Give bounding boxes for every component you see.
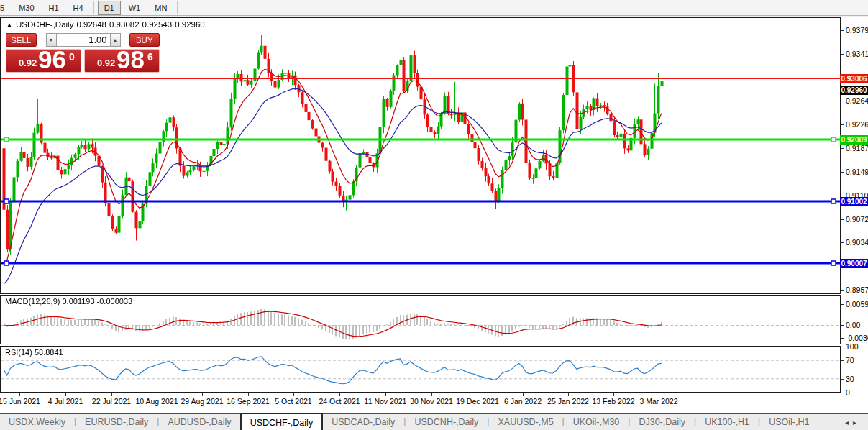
level-price-tag-0.91002[interactable]: 0.91002 (840, 197, 868, 206)
collapse-triangle-icon[interactable]: ▲ (6, 22, 12, 28)
symbol-tab-uk100-h1[interactable]: UK100-,H1 (696, 414, 758, 430)
spin-down-icon: ▼ (49, 37, 54, 42)
ohlc-close: 0.92960 (175, 20, 205, 29)
level-price-tag-0.90007[interactable]: 0.90007 (840, 259, 868, 268)
price-axis-tick (841, 172, 844, 173)
date-axis-label: 24 Oct 2021 (319, 397, 360, 406)
sell-button[interactable]: SELL (6, 33, 37, 47)
symbol-tab-eurusd-daily[interactable]: EURUSD-,Daily (76, 414, 157, 430)
date-axis-label: 13 Feb 2022 (593, 397, 635, 406)
date-axis-tick (202, 393, 203, 396)
ask-quote-panel[interactable]: 0.92 98 6 (84, 49, 160, 73)
price-axis-label: 0.93410 (846, 50, 868, 58)
date-axis-tick (385, 393, 386, 396)
bid-price-sup: 0 (69, 51, 75, 63)
level-price-tag-0.93006[interactable]: 0.93006 (840, 74, 868, 83)
price-axis-label: 0.91870 (846, 144, 868, 152)
macd-axis-tick (841, 325, 844, 326)
date-axis-label: 29 Aug 2021 (181, 397, 224, 406)
timeframe-button-MN[interactable]: MN (148, 1, 173, 15)
timeframe-button-D1[interactable]: D1 (98, 1, 121, 15)
macd-axis-label: 0.00 (846, 321, 860, 329)
date-axis-tick (248, 393, 249, 396)
macd-label: MACD(12,26,9) 0.001193 -0.000033 (5, 297, 132, 306)
timeframe-button-M30[interactable]: M30 (12, 1, 40, 15)
date-axis-tick (111, 393, 112, 396)
symbol-tab-usdcad-daily[interactable]: USDCAD-,Daily (323, 414, 403, 430)
price-axis-label: 0.91490 (846, 168, 868, 176)
price-axis-tick (841, 54, 844, 55)
level-price-tag-0.92009[interactable]: 0.92009 (840, 135, 868, 145)
date-axis-label: 3 Mar 2022 (639, 397, 677, 406)
rsi-axis-tick (841, 347, 844, 347)
symbol-tab-ukoil-m30[interactable]: UKOil-,M30 (565, 414, 629, 430)
bid-price-prefix: 0.92 (19, 58, 37, 68)
symbol-tab-usoil-h1[interactable]: USOil-,H1 (760, 414, 818, 430)
one-click-trading-widget: SELL ▼ 1.00 ▲ BUY 0.92 96 0 0.92 (6, 33, 160, 73)
current-price-tag: 0.92960 (840, 86, 868, 95)
date-axis-label: 15 Jun 2021 (0, 397, 40, 406)
rsi-canvas[interactable] (1, 347, 840, 392)
ohlc-open: 0.92648 (76, 20, 106, 29)
price-axis-label: 0.90340 (846, 238, 868, 247)
symbol-tab-audusd-daily[interactable]: AUDUSD-,Daily (159, 414, 239, 430)
rsi-axis-tick (841, 393, 844, 393)
symbol-tab-usdchf-daily[interactable]: USDCHF-,Daily (240, 413, 324, 430)
rsi-label: RSI(14) 58.8841 (5, 348, 63, 357)
price-axis-tick (841, 196, 844, 196)
ask-price-sup: 6 (147, 51, 153, 63)
date-axis-tick (613, 393, 614, 396)
rsi-indicator-pane[interactable]: RSI(14) 58.8841 (0, 346, 841, 393)
date-axis-label: 11 Nov 2021 (365, 397, 407, 406)
symbol-tab-usdcnh-daily[interactable]: USDCNH-,Daily (406, 414, 487, 430)
price-axis-tick (841, 148, 844, 149)
date-axis-label: 4 Jul 2021 (48, 397, 83, 406)
tab-scroll-arrows[interactable]: ◂▸ (845, 414, 868, 430)
timeframe-button-5[interactable]: 5 (0, 1, 11, 15)
symbol-tab-xauusd-m5[interactable]: XAUUSD-,M5 (489, 414, 562, 430)
date-axis-tick (65, 393, 66, 396)
macd-axis-label: 0.005963 (846, 300, 868, 308)
date-axis-tick (339, 393, 340, 396)
price-axis-tick (841, 101, 844, 101)
scroll-left-icon[interactable]: ◂ (845, 418, 853, 426)
chart-symbol-period: USDCHF-,Daily (16, 20, 74, 29)
chart-window: ▲USDCHF-,Daily0.926480.930820.925430.929… (0, 17, 868, 413)
date-axis-tick (478, 393, 478, 396)
price-axis-tick (841, 242, 844, 243)
date-axis-tick (523, 393, 524, 396)
macd-indicator-pane[interactable]: MACD(12,26,9) 0.001193 -0.000033 (0, 295, 841, 344)
date-axis-label: 16 Sep 2021 (227, 397, 270, 406)
symbol-tab-usdx-weekly[interactable]: USDX,Weekly (0, 414, 74, 430)
date-axis-tick (659, 393, 659, 396)
timeframe-button-W1[interactable]: W1 (122, 1, 147, 15)
date-axis-label: 22 Jul 2021 (92, 397, 131, 406)
rsi-axis-tick (841, 360, 844, 361)
ohlc-low: 0.92543 (142, 20, 173, 29)
price-axis-label: 0.92260 (846, 120, 868, 129)
price-axis-label: 0.93790 (846, 26, 868, 35)
timeframe-button-H1[interactable]: H1 (42, 1, 65, 15)
date-axis-tick (19, 393, 20, 396)
macd-axis-tick (841, 338, 844, 339)
date-axis-tick (293, 393, 294, 396)
symbol-tab-dj30-daily[interactable]: DJ30-,Daily (630, 414, 694, 430)
bid-quote-panel[interactable]: 0.92 96 0 (6, 49, 81, 73)
date-axis-label: 19 Dec 2021 (456, 397, 499, 406)
rsi-axis-label: 30 (846, 375, 854, 383)
price-axis-tick (841, 219, 844, 220)
date-axis-label: 30 Nov 2021 (410, 397, 453, 406)
ask-price-big: 98 (117, 45, 145, 74)
date-axis-label: 6 Jan 2022 (504, 397, 542, 406)
ohlc-high: 0.93082 (109, 20, 140, 29)
main-chart-pane[interactable]: ▲USDCHF-,Daily0.926480.930820.925430.929… (0, 17, 841, 294)
rsi-axis-label: 0 (846, 388, 850, 397)
scroll-right-icon[interactable]: ▸ (853, 418, 861, 426)
macd-axis-tick (841, 304, 844, 305)
timeframe-button-H4[interactable]: H4 (67, 1, 90, 15)
macd-axis-label: -0.003664 (846, 334, 868, 342)
date-axis-tick (157, 393, 157, 396)
rsi-axis-label: 100 (846, 342, 859, 351)
date-axis-label: 25 Jan 2022 (547, 397, 589, 406)
date-axis-tick (431, 393, 432, 396)
